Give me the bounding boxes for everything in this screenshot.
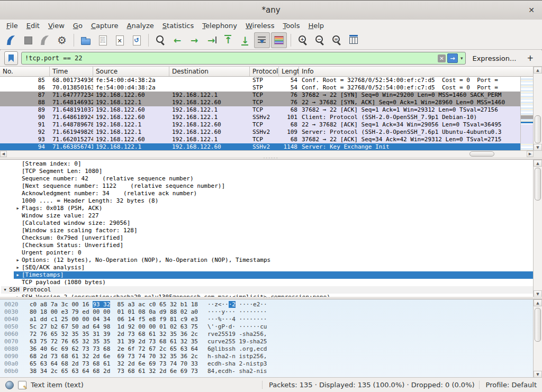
scroll-left-arrow-icon[interactable]: ◀ <box>0 151 7 157</box>
column-header-time[interactable]: Time <box>50 67 93 76</box>
scroll-thumb[interactable] <box>535 115 541 143</box>
save-file-button[interactable] <box>95 32 111 48</box>
hex-row-0020[interactable]: 0020c0 a8 7a 3c 00 16 93 32 85 a3 ac c0 … <box>0 301 534 308</box>
go-first-packet-button[interactable] <box>220 32 236 48</box>
hex-row-0090[interactable]: 009068 2d 73 68 61 32 2d 6e 69 73 74 70 … <box>0 353 534 360</box>
detail-line[interactable]: 1000 .... = Header Length: 32 bytes (8) <box>0 197 534 205</box>
scroll-up-arrow-icon[interactable]: ▲ <box>534 299 542 306</box>
packet-row-87[interactable]: 8771.647777234192.168.122.60192.168.122.… <box>0 92 542 99</box>
filter-clear-button[interactable]: ✕ <box>438 54 446 62</box>
menu-tools[interactable]: Tools <box>278 21 304 31</box>
zoom-out-button[interactable] <box>312 32 328 48</box>
scroll-down-arrow-icon[interactable]: ▼ <box>534 144 542 151</box>
menu-help[interactable]: Help <box>304 21 328 31</box>
scroll-up-arrow-icon[interactable]: ▲ <box>534 160 542 167</box>
menu-telephony[interactable]: Telephony <box>198 21 241 31</box>
packet-row-89[interactable]: 8971.648191037192.168.122.60192.168.122.… <box>0 106 542 114</box>
window-close-button[interactable]: ✕ <box>526 5 537 15</box>
close-file-button[interactable] <box>112 32 128 48</box>
open-file-button[interactable] <box>78 32 94 48</box>
hex-row-0080[interactable]: 008036 40 6c 69 62 73 73 68 2e 6f 72 67 … <box>0 345 534 353</box>
expand-arrow-icon[interactable]: ▶ <box>14 271 22 279</box>
expand-arrow-icon[interactable]: ▶ <box>14 257 22 264</box>
expand-arrow-icon[interactable]: ▶ <box>14 264 22 271</box>
menu-statistics[interactable]: Statistics <box>158 21 198 31</box>
packet-minimap[interactable] <box>520 77 534 151</box>
menu-go[interactable]: Go <box>69 21 87 31</box>
hex-row-0070[interactable]: 007063 75 72 76 65 32 35 35 31 39 2d 73 … <box>0 338 534 345</box>
detail-line[interactable]: Window size value: 227 <box>0 212 534 220</box>
hex-row-00b0[interactable]: 00b038 34 2c 65 63 64 68 2d 73 68 61 32 … <box>0 368 534 375</box>
column-header-source[interactable]: Source <box>93 67 169 76</box>
status-profile[interactable]: Profile: Default <box>479 381 537 389</box>
packet-row-90[interactable]: 9071.648618924192.168.122.60192.168.122.… <box>0 114 542 121</box>
packet-row-86[interactable]: 8670.013850163fe:54:00:d4:38:2aSTP54Conf… <box>0 84 542 92</box>
packet-row-94[interactable]: 9471.663856741192.168.122.1192.168.122.6… <box>0 143 542 151</box>
packet-row-92[interactable]: 9271.661949820192.168.122.1192.168.122.6… <box>0 129 542 136</box>
auto-scroll-button[interactable] <box>254 32 270 48</box>
column-header-no[interactable]: No. <box>0 67 50 76</box>
menu-view[interactable]: View <box>44 21 69 31</box>
filter-apply-button[interactable]: → <box>447 53 458 63</box>
scroll-right-arrow-icon[interactable]: ▶ <box>527 151 534 157</box>
menu-file[interactable]: File <box>2 21 22 31</box>
stop-capture-button[interactable] <box>20 32 36 48</box>
go-last-packet-button[interactable] <box>237 32 253 48</box>
detail-line[interactable]: ▶Flags: 0x018 (PSH, ACK) <box>0 205 534 212</box>
hex-row-0060[interactable]: 006072 76 65 32 35 35 31 39 2d 73 68 61 … <box>0 331 534 338</box>
detail-line[interactable]: [Window size scaling factor: 128] <box>0 227 534 234</box>
detail-line[interactable]: ▼SSH Protocol <box>0 286 534 294</box>
scroll-thumb[interactable] <box>535 308 541 342</box>
detail-line[interactable]: Urgent pointer: 0 <box>0 249 534 257</box>
detail-line[interactable]: ▶[SEQ/ACK analysis] <box>0 264 534 271</box>
scroll-up-arrow-icon[interactable]: ▲ <box>534 67 542 74</box>
go-back-button[interactable] <box>169 32 185 48</box>
menu-capture[interactable]: Capture <box>87 21 123 31</box>
detail-line[interactable]: ▶Options: (12 bytes), No-Operation (NOP)… <box>0 257 534 264</box>
column-header-length[interactable]: Length <box>279 67 299 76</box>
packet-row-88[interactable]: 8871.648146932192.168.122.1192.168.122.6… <box>0 99 542 106</box>
expand-arrow-icon[interactable]: ▶ <box>14 205 22 212</box>
menu-wireless[interactable]: Wireless <box>241 21 278 31</box>
packet-row-93[interactable]: 9371.662015274192.168.122.60192.168.122.… <box>0 136 542 143</box>
restart-capture-button[interactable] <box>37 32 53 48</box>
filter-dropdown-caret-icon[interactable]: ▾ <box>459 56 464 61</box>
go-to-packet-button[interactable] <box>203 32 219 48</box>
detail-line[interactable]: Acknowledgment number: 34 (relative ack … <box>0 190 534 197</box>
hex-row-0040[interactable]: 0040a1 dd c1 25 00 00 04 34 06 14 f5 e8 … <box>0 316 534 323</box>
start-capture-button[interactable] <box>3 32 19 48</box>
hex-row-00a0[interactable]: 00a065 63 64 68 2d 73 68 61 32 2d 6e 69 … <box>0 360 534 368</box>
capture-options-button[interactable] <box>54 32 70 48</box>
go-forward-button[interactable] <box>186 32 202 48</box>
hex-row-0030[interactable]: 003080 18 00 e3 79 ed 00 00 01 01 08 0a … <box>0 308 534 316</box>
scroll-thumb[interactable] <box>535 168 541 200</box>
hscroll-thumb[interactable] <box>469 151 494 157</box>
column-header-destination[interactable]: Destination <box>169 67 250 76</box>
packet-row-85[interactable]: 8568.001734936fe:54:00:d4:38:2aSTP54Conf… <box>0 77 542 84</box>
details-vscrollbar[interactable]: ▲ ▼ <box>533 160 542 297</box>
detail-line[interactable]: Checksum: 0x79ed [unverified] <box>0 234 534 242</box>
colorize-button[interactable] <box>271 32 287 48</box>
detail-line[interactable]: Sequence number: 42 (relative sequence n… <box>0 175 534 183</box>
detail-line[interactable]: [TCP Segment Len: 1080] <box>0 168 534 175</box>
find-packet-button[interactable] <box>152 32 168 48</box>
capture-comment-icon[interactable] <box>18 381 26 389</box>
zoom-in-button[interactable] <box>295 32 311 48</box>
packet-row-91[interactable]: 9171.648789678192.168.122.1192.168.122.6… <box>0 121 542 129</box>
resize-columns-button[interactable] <box>346 32 362 48</box>
display-filter-input[interactable]: !tcp.port == 22 ✕ → ▾ <box>21 52 466 65</box>
hex-row-0050[interactable]: 00505c 27 b2 67 50 ad 64 98 1d 92 00 00 … <box>0 323 534 331</box>
detail-line[interactable]: ▶[Timestamps] <box>0 271 534 279</box>
expert-info-icon[interactable] <box>5 381 14 389</box>
expression-button[interactable]: Expression... <box>469 54 519 62</box>
collapse-arrow-icon[interactable]: ▼ <box>1 286 9 294</box>
detail-line[interactable]: [Calculated window size: 29056] <box>0 220 534 227</box>
detail-line[interactable]: [Next sequence number: 1122 (relative se… <box>0 183 534 190</box>
add-filter-button[interactable]: + <box>522 53 538 63</box>
menu-analyze[interactable]: Analyze <box>123 21 158 31</box>
zoom-original-button[interactable] <box>329 32 345 48</box>
column-header-protocol[interactable]: Protocol <box>250 67 279 76</box>
detail-line[interactable]: TCP payload (1080 bytes) <box>0 279 534 286</box>
bytes-vscrollbar[interactable]: ▲ ▼ <box>533 299 542 378</box>
filter-bookmark-button[interactable] <box>4 51 18 65</box>
